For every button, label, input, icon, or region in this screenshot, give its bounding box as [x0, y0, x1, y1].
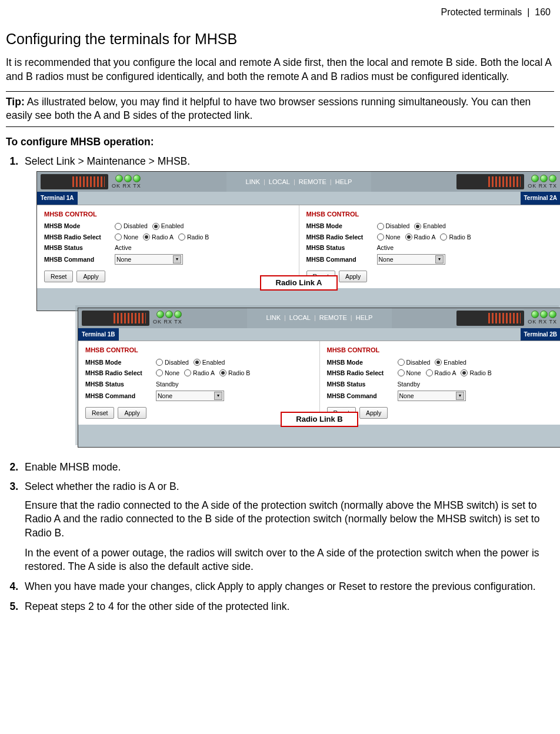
led-ok-icon	[115, 175, 123, 182]
chevron-down-icon: ▾	[214, 392, 222, 400]
intro-paragraph: It is recommended that you configure the…	[6, 56, 554, 84]
nav-menu[interactable]: LINK| LOCAL| REMOTE| HELP	[226, 172, 372, 192]
tip-label: Tip:	[6, 96, 25, 108]
header-section: Protected terminals	[441, 7, 522, 17]
page-number: 160	[535, 7, 551, 17]
apply-button[interactable]: Apply	[76, 271, 105, 282]
radio-link-b-label: Radio Link B	[281, 412, 358, 427]
chevron-down-icon: ▾	[173, 255, 181, 263]
terminal-1a-label: Terminal 1A	[37, 192, 78, 205]
pane-terminal-2a: MHSB CONTROL MHSB Mode Disabled Enabled …	[299, 205, 561, 289]
chevron-down-icon: ▾	[456, 392, 464, 400]
device-icon	[82, 311, 149, 326]
terminal-1b-label: Terminal 1B	[78, 328, 119, 341]
window-link-a: OK RX TX LINK| LOCAL| REMOTE| HELP OK	[36, 171, 560, 311]
reset-button[interactable]: Reset	[44, 271, 73, 282]
screenshot-area: OK RX TX LINK| LOCAL| REMOTE| HELP OK	[36, 171, 554, 448]
command-select[interactable]: None▾	[398, 391, 466, 401]
page-header: Protected terminals | 160	[6, 6, 554, 19]
tip-text: As illustrated below, you may find it he…	[6, 96, 531, 122]
step-1: Select Link > Maintenance > MHSB. OK RX …	[21, 155, 554, 447]
terminal-2b-label: Terminal 2B	[521, 328, 561, 341]
command-select[interactable]: None▾	[115, 254, 183, 265]
led-rx-icon	[124, 175, 132, 182]
device-icon	[456, 174, 524, 189]
window-link-b: OK RX TX LINK| LOCAL| REMOTE| HELP OK	[78, 308, 560, 448]
reset-button[interactable]: Reset	[85, 407, 114, 419]
command-select[interactable]: None▾	[377, 254, 445, 265]
mode-enabled[interactable]: Enabled	[152, 222, 184, 230]
step-5: Repeat steps 2 to 4 for the other side o…	[21, 600, 554, 614]
device-icon	[456, 311, 524, 326]
status-value: Active	[115, 243, 132, 252]
procedure-heading: To configure MHSB operation:	[6, 135, 554, 149]
chevron-down-icon: ▾	[435, 255, 444, 263]
terminal-2a-label: Terminal 2A	[521, 192, 561, 205]
step-4: When you have made your changes, click A…	[21, 580, 554, 594]
pane-terminal-1a: MHSB CONTROL MHSB Mode Disabled Enabled …	[37, 205, 299, 289]
nav-menu[interactable]: LINK| LOCAL| REMOTE| HELP	[247, 308, 392, 328]
apply-button[interactable]: Apply	[339, 271, 367, 282]
radio-link-a-label: Radio Link A	[260, 275, 338, 291]
device-icon	[41, 174, 108, 189]
step-list: Select Link > Maintenance > MHSB. OK RX …	[6, 155, 554, 613]
tip-box: Tip: As illustrated below, you may find …	[6, 91, 554, 127]
step-3: Select whether the radio is A or B. Ensu…	[21, 480, 554, 574]
radio-none[interactable]: None	[115, 233, 138, 241]
radio-a[interactable]: Radio A	[143, 233, 174, 241]
page-title: Configuring the terminals for MHSB	[6, 29, 554, 49]
led-tx-icon	[133, 175, 141, 182]
mode-disabled[interactable]: Disabled	[115, 222, 148, 230]
command-select[interactable]: None▾	[156, 391, 224, 401]
apply-button[interactable]: Apply	[118, 407, 146, 419]
step-2: Enable MHSB mode.	[21, 461, 554, 475]
radio-b[interactable]: Radio B	[178, 233, 209, 241]
apply-button[interactable]: Apply	[359, 407, 388, 419]
